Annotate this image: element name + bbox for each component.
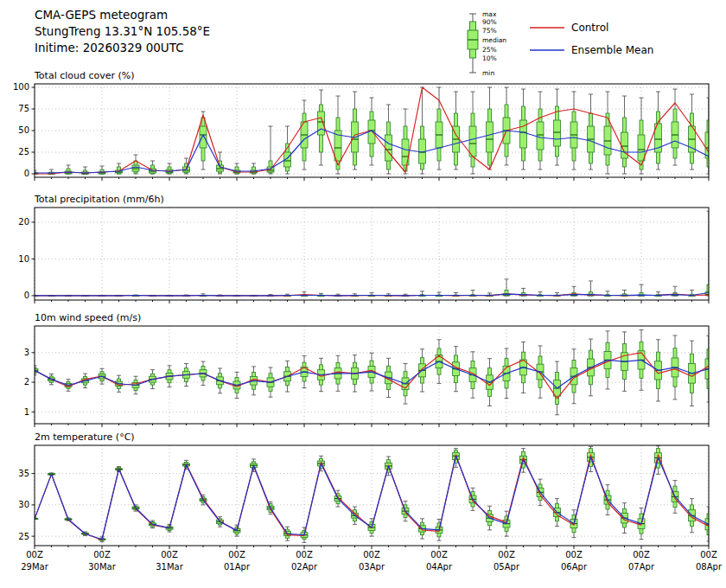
y-tick-label: 20 <box>18 217 29 227</box>
x-tick-label-date: 04Apr <box>426 562 453 572</box>
x-tick-label-hour: 00Z <box>430 550 448 559</box>
meteogram-page: CMA-GEPS meteogram StungTreng 13.31°N 10… <box>0 0 726 588</box>
y-tick-label: 3 <box>24 348 29 357</box>
panel-title-2m-temperature-c: 2m temperature (°C) <box>35 431 135 443</box>
x-tick-label-date: 01Apr <box>224 562 251 572</box>
x-tick-label-hour: 00Z <box>296 550 313 559</box>
panel-title-10m-wind-speed-m-s: 10m wind speed (m/s) <box>35 312 141 323</box>
x-tick-label-hour: 00Z <box>633 550 650 559</box>
x-tick-label-date: 03Apr <box>359 562 385 572</box>
x-tick-label-hour: 00Z <box>93 550 111 559</box>
panel-total-precipitation-mm-6h: Total precipitation (mm/6h)01020 <box>18 194 712 304</box>
x-tick-label-date: 06Apr <box>561 562 588 572</box>
x-tick-label-hour: 00Z <box>498 550 515 559</box>
x-tick-label-date: 29Mar <box>21 562 48 572</box>
y-tick-label: 25 <box>18 147 29 157</box>
x-tick-label-date: 05Apr <box>494 562 520 572</box>
x-tick-label-date: 31Mar <box>156 562 183 572</box>
x-tick-label-hour: 00Z <box>26 550 43 559</box>
x-tick-label-date: 02Apr <box>291 562 318 572</box>
panel-title-total-cloud-cover: Total cloud cover (%) <box>34 70 135 81</box>
x-tick-label-hour: 00Z <box>363 550 380 559</box>
panel-title-total-precipitation-mm-6h: Total precipitation (mm/6h) <box>34 194 164 205</box>
x-tick-label-hour: 00Z <box>161 550 178 559</box>
x-tick-label-hour: 00Z <box>228 550 245 559</box>
panel-total-cloud-cover: Total cloud cover (%)0255075100 <box>13 70 712 181</box>
meteogram-panels: Total cloud cover (%)0255075100Total pre… <box>0 0 726 588</box>
y-tick-label: 0 <box>24 291 29 300</box>
y-tick-label: 100 <box>13 82 29 92</box>
y-tick-label: 1 <box>24 407 29 417</box>
x-tick-label-date: 07Apr <box>628 562 655 572</box>
y-tick-label: 50 <box>18 125 29 135</box>
y-tick-label: 2 <box>24 377 29 387</box>
x-tick-label-hour: 00Z <box>565 550 583 559</box>
panel-2m-temperature-c: 2m temperature (°C)253035 <box>18 431 712 549</box>
x-tick-label-date: 30Mar <box>88 562 116 572</box>
y-tick-label: 35 <box>18 469 29 478</box>
x-tick-label-date: 08Apr <box>696 562 723 572</box>
panel-10m-wind-speed-m-s: 10m wind speed (m/s)123 <box>24 312 712 427</box>
y-tick-label: 30 <box>18 500 29 509</box>
time-axis: 00Z29Mar00Z30Mar00Z31Mar00Z01Apr00Z02Apr… <box>21 550 723 572</box>
y-tick-label: 10 <box>18 254 29 264</box>
y-tick-label: 25 <box>18 532 29 541</box>
y-tick-label: 0 <box>24 169 29 178</box>
x-tick-label-hour: 00Z <box>700 550 717 559</box>
y-tick-label: 75 <box>18 104 29 113</box>
